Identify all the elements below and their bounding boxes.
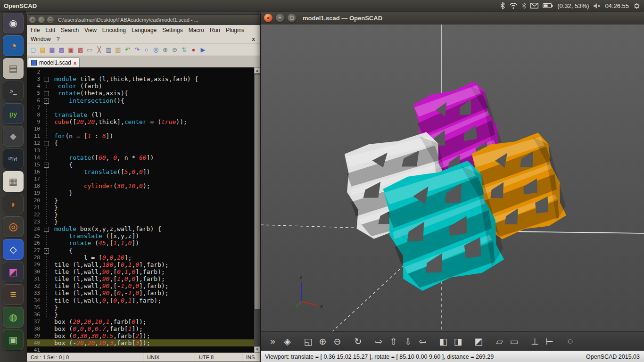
close-all-icon[interactable]: ▩ <box>76 45 85 54</box>
play-macro-icon[interactable]: ▶ <box>198 45 207 54</box>
code-line-2[interactable]: 2 <box>27 68 254 75</box>
editor-titlebar[interactable]: × − ▢ C:\users\salman\Desktop\FABAcademy… <box>27 15 260 25</box>
fold-marker[interactable]: - <box>43 140 50 147</box>
code-editor[interactable]: 23-module tile (l,thick,theta,axis,farb)… <box>27 67 260 353</box>
fold-collapse-icon[interactable]: - <box>44 99 49 104</box>
code-line-24[interactable]: 24-module box(x,y,z,wall,farb) { <box>27 225 254 232</box>
menu-view[interactable]: View <box>82 27 99 33</box>
launcher-item-inkscape[interactable]: ◆ <box>3 126 24 147</box>
show-axes-icon[interactable]: ⊥ <box>528 334 542 349</box>
code-line-4[interactable]: 4 color (farb) <box>27 82 254 90</box>
code-line-13[interactable]: 13 <box>27 147 254 154</box>
code-line-35[interactable]: 35} <box>27 304 254 311</box>
code-line-11[interactable]: 11for(n = [1 : 6]) <box>27 132 254 140</box>
code-line-36[interactable]: 36} <box>27 311 254 318</box>
launcher-item-firefox[interactable]: ◔ <box>3 35 24 56</box>
tab-close-icon[interactable]: x <box>74 60 76 66</box>
battery-label[interactable]: (0:32, 53%) <box>557 2 589 9</box>
code-line-23[interactable]: 23} <box>27 218 254 225</box>
fold-marker[interactable]: - <box>43 225 50 232</box>
find-icon[interactable]: ○ <box>142 45 151 54</box>
menu-help[interactable]: ? <box>54 36 63 42</box>
mail-icon[interactable] <box>530 3 538 8</box>
view-diagonal-icon[interactable]: ◩ <box>471 334 486 349</box>
code-line-39[interactable]: 39box (0,30,30,0.5,farb[2]); <box>27 332 254 339</box>
save-all-icon[interactable]: ▩ <box>57 45 66 54</box>
launcher-item-python[interactable]: py <box>3 103 24 124</box>
code-line-8[interactable]: 8translate (l) <box>27 111 254 118</box>
code-line-15[interactable]: 15- { <box>27 161 254 168</box>
launcher-item-green-app[interactable]: ◍ <box>3 307 24 328</box>
code-line-20[interactable]: 20} <box>27 197 254 204</box>
zoom-in-icon[interactable]: ⊕ <box>315 334 330 349</box>
code-line-6[interactable]: 6- intersection(){ <box>27 97 254 104</box>
code-line-28[interactable]: 28 l = [0,0,10]; <box>27 254 254 261</box>
show-crosshairs-icon[interactable]: ◌ <box>563 334 578 349</box>
view-right-icon[interactable]: ⇨ <box>372 334 386 349</box>
launcher-item-ipython[interactable]: IP[y]: <box>3 148 24 169</box>
cut-icon[interactable]: ╳ <box>95 45 104 54</box>
scroll-up-icon[interactable]: ▲ <box>254 67 260 74</box>
fold-marker[interactable]: - <box>43 97 50 104</box>
menu-edit[interactable]: Edit <box>42 27 58 33</box>
openscad-maximize-button[interactable]: ▢ <box>288 14 296 22</box>
fold-marker[interactable]: - <box>43 75 50 82</box>
status-eol-format[interactable]: UNIX <box>143 353 195 362</box>
new-file-icon[interactable]: ▢ <box>29 45 38 54</box>
code-line-40[interactable]: 40box (-20,20,10,3,farb[3]); <box>27 339 254 346</box>
view-top-icon[interactable]: ⇧ <box>386 334 401 349</box>
code-line-26[interactable]: 26 rotate (45,[1,1,0]) <box>27 239 254 247</box>
bluetooth-icon[interactable] <box>500 2 505 9</box>
launcher-item-green-app-2[interactable]: ▣ <box>3 329 24 350</box>
code-line-33[interactable]: 33tile (l,wall,90,[0,-1,0],farb); <box>27 289 254 296</box>
fold-marker[interactable]: - <box>43 161 50 168</box>
code-line-37[interactable]: 37box (20,20,10,1,farb[0]); <box>27 318 254 325</box>
editor-close-button[interactable]: × <box>29 16 36 23</box>
view-left-icon[interactable]: ⇦ <box>415 334 430 349</box>
zoom-all-icon[interactable]: ◱ <box>301 334 315 349</box>
scrollbar-thumb[interactable] <box>255 74 260 309</box>
menu-language[interactable]: Language <box>129 27 159 33</box>
fold-marker[interactable]: - <box>43 90 50 97</box>
scrollbar-track[interactable] <box>254 74 260 346</box>
show-scale-icon[interactable]: ⊢ <box>542 334 557 349</box>
scroll-down-icon[interactable]: ▼ <box>254 346 260 353</box>
fold-collapse-icon[interactable]: - <box>44 91 49 96</box>
status-encoding[interactable]: UTF-8 <box>195 353 242 362</box>
code-line-10[interactable]: 10 <box>27 125 254 132</box>
fold-collapse-icon[interactable]: - <box>44 248 49 254</box>
view-front-icon[interactable]: ◧ <box>436 334 451 349</box>
record-macro-icon[interactable]: ● <box>189 45 198 54</box>
menu-file[interactable]: File <box>28 27 42 33</box>
openscad-titlebar[interactable]: × − ▢ model1.scad — OpenSCAD <box>261 11 644 25</box>
launcher-item-terminal[interactable]: >_ <box>3 81 24 101</box>
launcher-item-impress[interactable]: ▦ <box>3 171 24 192</box>
wifi-icon[interactable] <box>509 2 518 9</box>
print-icon[interactable]: ▭ <box>85 45 94 54</box>
code-line-5[interactable]: 5- rotate(theta,axis){ <box>27 90 254 97</box>
code-line-25[interactable]: 25 translate ([x,y,z]) <box>27 232 254 239</box>
launcher-item-butterfly[interactable]: ◩ <box>3 262 24 282</box>
orthogonal-icon[interactable]: ▭ <box>507 334 521 349</box>
code-line-29[interactable]: 29tile (l,wall,180,[0,1,0],farb); <box>27 261 254 268</box>
code-line-31[interactable]: 31tile (l,wall,90,[1,0,0],farb); <box>27 275 254 282</box>
menu-search[interactable]: Search <box>58 27 82 33</box>
fold-collapse-icon[interactable]: - <box>44 141 49 146</box>
3d-viewport[interactable]: z x <box>261 25 644 331</box>
code-line-9[interactable]: 9cube([20,20,thick],center = (true)); <box>27 118 254 125</box>
clock[interactable]: 04:26:55 <box>605 2 629 9</box>
code-line-18[interactable]: 18 cylinder(30,10,0); <box>27 182 254 189</box>
menu-macro[interactable]: Macro <box>186 27 207 33</box>
code-line-17[interactable]: 17 <box>27 175 254 182</box>
fold-collapse-icon[interactable]: - <box>44 77 49 82</box>
zoom-in-icon[interactable]: ⊕ <box>161 45 170 54</box>
code-line-32[interactable]: 32tile (l,wall,90,[-1,0,0],farb); <box>27 282 254 289</box>
zoom-out-icon[interactable]: ⊖ <box>170 45 179 54</box>
fold-marker[interactable]: - <box>43 247 50 254</box>
code-lines[interactable]: 23-module tile (l,thick,theta,axis,farb)… <box>27 67 254 353</box>
battery-icon[interactable] <box>543 3 553 8</box>
openscad-minimize-button[interactable]: − <box>276 14 284 22</box>
menu-run[interactable]: Run <box>207 27 223 33</box>
code-line-38[interactable]: 38box (0,0,0,0.7,farb[1]); <box>27 325 254 332</box>
code-line-3[interactable]: 3-module tile (l,thick,theta,axis,farb) … <box>27 75 254 82</box>
